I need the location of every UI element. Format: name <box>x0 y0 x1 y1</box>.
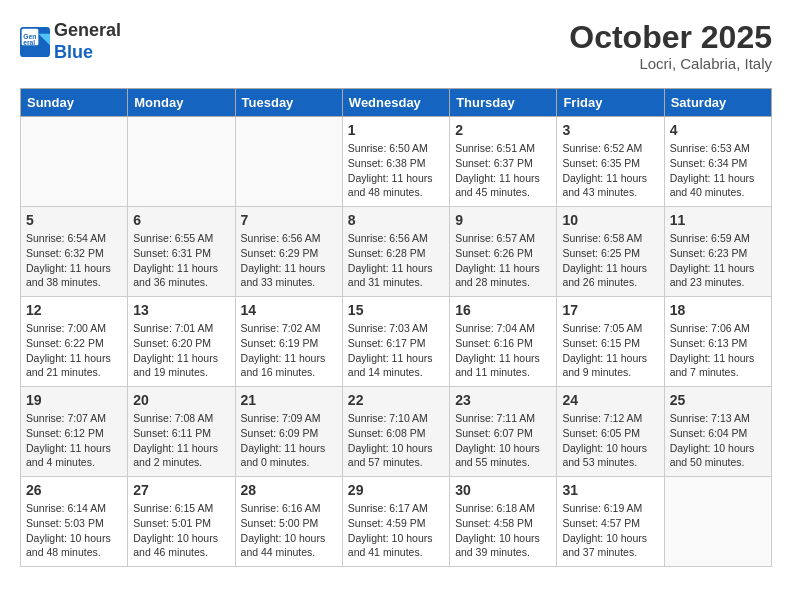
day-number: 12 <box>26 302 122 318</box>
day-number: 26 <box>26 482 122 498</box>
day-info: Sunrise: 6:58 AM Sunset: 6:25 PM Dayligh… <box>562 231 658 290</box>
day-number: 25 <box>670 392 766 408</box>
calendar-cell: 30Sunrise: 6:18 AM Sunset: 4:58 PM Dayli… <box>450 477 557 567</box>
logo-icon: Gen eral <box>20 27 50 57</box>
calendar-cell: 18Sunrise: 7:06 AM Sunset: 6:13 PM Dayli… <box>664 297 771 387</box>
calendar-cell: 3Sunrise: 6:52 AM Sunset: 6:35 PM Daylig… <box>557 117 664 207</box>
calendar-cell: 27Sunrise: 6:15 AM Sunset: 5:01 PM Dayli… <box>128 477 235 567</box>
weekday-header-friday: Friday <box>557 89 664 117</box>
calendar-cell: 13Sunrise: 7:01 AM Sunset: 6:20 PM Dayli… <box>128 297 235 387</box>
weekday-header-sunday: Sunday <box>21 89 128 117</box>
calendar-cell: 22Sunrise: 7:10 AM Sunset: 6:08 PM Dayli… <box>342 387 449 477</box>
week-row-5: 26Sunrise: 6:14 AM Sunset: 5:03 PM Dayli… <box>21 477 772 567</box>
calendar-cell: 17Sunrise: 7:05 AM Sunset: 6:15 PM Dayli… <box>557 297 664 387</box>
weekday-header-saturday: Saturday <box>664 89 771 117</box>
calendar-cell: 26Sunrise: 6:14 AM Sunset: 5:03 PM Dayli… <box>21 477 128 567</box>
page-header: Gen eral General Blue October 2025 Locri… <box>20 20 772 72</box>
calendar-cell: 28Sunrise: 6:16 AM Sunset: 5:00 PM Dayli… <box>235 477 342 567</box>
day-info: Sunrise: 6:16 AM Sunset: 5:00 PM Dayligh… <box>241 501 337 560</box>
month-title: October 2025 <box>569 20 772 55</box>
weekday-header-thursday: Thursday <box>450 89 557 117</box>
calendar-cell: 31Sunrise: 6:19 AM Sunset: 4:57 PM Dayli… <box>557 477 664 567</box>
day-number: 7 <box>241 212 337 228</box>
weekday-header-monday: Monday <box>128 89 235 117</box>
calendar-cell: 7Sunrise: 6:56 AM Sunset: 6:29 PM Daylig… <box>235 207 342 297</box>
day-number: 3 <box>562 122 658 138</box>
week-row-1: 1Sunrise: 6:50 AM Sunset: 6:38 PM Daylig… <box>21 117 772 207</box>
calendar-cell <box>235 117 342 207</box>
calendar-cell: 20Sunrise: 7:08 AM Sunset: 6:11 PM Dayli… <box>128 387 235 477</box>
day-info: Sunrise: 6:59 AM Sunset: 6:23 PM Dayligh… <box>670 231 766 290</box>
day-number: 6 <box>133 212 229 228</box>
day-info: Sunrise: 7:04 AM Sunset: 6:16 PM Dayligh… <box>455 321 551 380</box>
calendar-cell <box>128 117 235 207</box>
calendar-cell: 2Sunrise: 6:51 AM Sunset: 6:37 PM Daylig… <box>450 117 557 207</box>
title-block: October 2025 Locri, Calabria, Italy <box>569 20 772 72</box>
calendar-cell: 4Sunrise: 6:53 AM Sunset: 6:34 PM Daylig… <box>664 117 771 207</box>
day-number: 11 <box>670 212 766 228</box>
day-number: 28 <box>241 482 337 498</box>
calendar-cell <box>664 477 771 567</box>
day-number: 27 <box>133 482 229 498</box>
day-number: 18 <box>670 302 766 318</box>
day-info: Sunrise: 6:51 AM Sunset: 6:37 PM Dayligh… <box>455 141 551 200</box>
day-number: 14 <box>241 302 337 318</box>
calendar-cell: 23Sunrise: 7:11 AM Sunset: 6:07 PM Dayli… <box>450 387 557 477</box>
svg-text:eral: eral <box>23 39 35 46</box>
day-number: 13 <box>133 302 229 318</box>
weekday-header-tuesday: Tuesday <box>235 89 342 117</box>
day-info: Sunrise: 7:06 AM Sunset: 6:13 PM Dayligh… <box>670 321 766 380</box>
day-number: 10 <box>562 212 658 228</box>
weekday-header-row: SundayMondayTuesdayWednesdayThursdayFrid… <box>21 89 772 117</box>
logo-text-blue: Blue <box>54 42 121 64</box>
day-info: Sunrise: 6:52 AM Sunset: 6:35 PM Dayligh… <box>562 141 658 200</box>
day-number: 15 <box>348 302 444 318</box>
day-number: 17 <box>562 302 658 318</box>
day-number: 23 <box>455 392 551 408</box>
day-info: Sunrise: 7:00 AM Sunset: 6:22 PM Dayligh… <box>26 321 122 380</box>
calendar-table: SundayMondayTuesdayWednesdayThursdayFrid… <box>20 88 772 567</box>
calendar-cell: 6Sunrise: 6:55 AM Sunset: 6:31 PM Daylig… <box>128 207 235 297</box>
day-info: Sunrise: 7:02 AM Sunset: 6:19 PM Dayligh… <box>241 321 337 380</box>
day-number: 31 <box>562 482 658 498</box>
week-row-3: 12Sunrise: 7:00 AM Sunset: 6:22 PM Dayli… <box>21 297 772 387</box>
calendar-cell: 9Sunrise: 6:57 AM Sunset: 6:26 PM Daylig… <box>450 207 557 297</box>
day-number: 24 <box>562 392 658 408</box>
logo: Gen eral General Blue <box>20 20 121 63</box>
logo-text-general: General <box>54 20 121 42</box>
day-number: 20 <box>133 392 229 408</box>
day-number: 4 <box>670 122 766 138</box>
day-number: 21 <box>241 392 337 408</box>
day-number: 22 <box>348 392 444 408</box>
calendar-cell: 19Sunrise: 7:07 AM Sunset: 6:12 PM Dayli… <box>21 387 128 477</box>
day-info: Sunrise: 6:56 AM Sunset: 6:28 PM Dayligh… <box>348 231 444 290</box>
day-number: 16 <box>455 302 551 318</box>
day-info: Sunrise: 7:11 AM Sunset: 6:07 PM Dayligh… <box>455 411 551 470</box>
calendar-cell: 15Sunrise: 7:03 AM Sunset: 6:17 PM Dayli… <box>342 297 449 387</box>
week-row-2: 5Sunrise: 6:54 AM Sunset: 6:32 PM Daylig… <box>21 207 772 297</box>
calendar-cell: 1Sunrise: 6:50 AM Sunset: 6:38 PM Daylig… <box>342 117 449 207</box>
day-info: Sunrise: 7:07 AM Sunset: 6:12 PM Dayligh… <box>26 411 122 470</box>
day-info: Sunrise: 6:18 AM Sunset: 4:58 PM Dayligh… <box>455 501 551 560</box>
calendar-cell: 16Sunrise: 7:04 AM Sunset: 6:16 PM Dayli… <box>450 297 557 387</box>
day-info: Sunrise: 6:50 AM Sunset: 6:38 PM Dayligh… <box>348 141 444 200</box>
day-info: Sunrise: 7:13 AM Sunset: 6:04 PM Dayligh… <box>670 411 766 470</box>
week-row-4: 19Sunrise: 7:07 AM Sunset: 6:12 PM Dayli… <box>21 387 772 477</box>
calendar-cell: 11Sunrise: 6:59 AM Sunset: 6:23 PM Dayli… <box>664 207 771 297</box>
day-info: Sunrise: 6:56 AM Sunset: 6:29 PM Dayligh… <box>241 231 337 290</box>
day-number: 29 <box>348 482 444 498</box>
calendar-cell: 10Sunrise: 6:58 AM Sunset: 6:25 PM Dayli… <box>557 207 664 297</box>
day-info: Sunrise: 7:10 AM Sunset: 6:08 PM Dayligh… <box>348 411 444 470</box>
day-info: Sunrise: 7:01 AM Sunset: 6:20 PM Dayligh… <box>133 321 229 380</box>
day-number: 8 <box>348 212 444 228</box>
day-number: 2 <box>455 122 551 138</box>
day-number: 30 <box>455 482 551 498</box>
calendar-cell: 24Sunrise: 7:12 AM Sunset: 6:05 PM Dayli… <box>557 387 664 477</box>
day-number: 1 <box>348 122 444 138</box>
calendar-cell: 8Sunrise: 6:56 AM Sunset: 6:28 PM Daylig… <box>342 207 449 297</box>
day-info: Sunrise: 7:05 AM Sunset: 6:15 PM Dayligh… <box>562 321 658 380</box>
day-info: Sunrise: 6:55 AM Sunset: 6:31 PM Dayligh… <box>133 231 229 290</box>
day-number: 5 <box>26 212 122 228</box>
day-info: Sunrise: 7:03 AM Sunset: 6:17 PM Dayligh… <box>348 321 444 380</box>
day-number: 19 <box>26 392 122 408</box>
